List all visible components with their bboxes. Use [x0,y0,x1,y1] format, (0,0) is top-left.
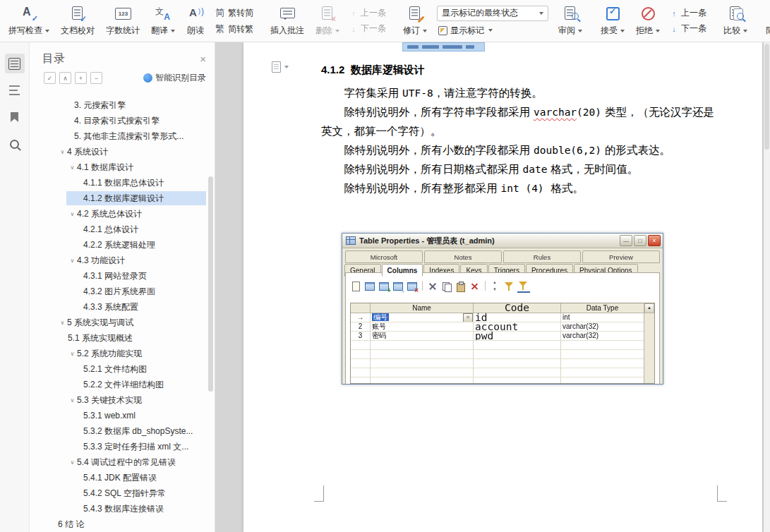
row-selector-cell[interactable] [351,350,371,359]
row-selector-cell[interactable]: 3 [351,332,371,341]
close-icon[interactable]: × [200,54,206,64]
filter-icon[interactable] [517,279,530,293]
simp-to-trad-button[interactable]: 繁 简转繁 [215,23,253,35]
row-selector-cell[interactable]: → [351,313,371,322]
code-cell[interactable]: id [474,313,561,322]
accept-button[interactable]: 接受 [595,0,630,42]
toc-scrollbar-thumb[interactable] [208,176,213,392]
collapse-arrow-icon[interactable]: ∨ [68,351,77,357]
grid-empty-row[interactable] [351,368,644,377]
toc-item[interactable]: 5.1 系统实现概述 [30,330,215,346]
copy-icon[interactable] [440,280,453,292]
insert-comment-button[interactable]: 插入批注 [265,0,310,42]
prev-change-button[interactable]: ↑ 上一条 [670,7,706,19]
type-cell[interactable]: varchar(32) [561,322,644,332]
toc-item[interactable]: 4.3.1 网站登录页 [30,268,215,284]
compare-button[interactable]: 比较 [718,0,753,42]
code-cell[interactable]: pwd [474,332,561,341]
toc-item[interactable]: 6 结 论 [30,516,215,532]
toc-item[interactable]: ∨4.2 系统总体设计 [30,206,215,222]
document-scrollbar[interactable] [764,42,770,532]
outline-pane-button[interactable] [5,54,25,73]
grid-row[interactable]: →编号=idint [351,313,644,322]
next-comment-button[interactable]: ↓ 下一条 [349,23,386,35]
toc-item[interactable]: ∨5 系统实现与调试 [30,315,215,330]
row-selector-cell[interactable] [351,368,371,377]
collapse-arrow-icon[interactable]: ∨ [68,211,77,217]
toc-item[interactable]: 4.2.1 总体设计 [30,222,215,237]
toc-expand-all-button[interactable]: + [75,72,87,84]
type-cell[interactable]: varchar(32) [561,332,644,341]
type-cell[interactable] [561,350,644,359]
dialog-tab[interactable]: Preview [582,250,660,263]
name-cell[interactable] [371,341,474,350]
type-cell[interactable]: int [561,313,644,322]
sort-icon[interactable] [489,280,502,292]
minimize-button[interactable]: — [620,235,632,246]
toc-item[interactable]: 5.3.2 数据库 db_shopSyste... [30,423,215,439]
page-menu-button[interactable] [272,61,289,73]
code-cell[interactable] [474,359,561,368]
grid-row[interactable]: 3密码pwdvarchar(32) [351,332,644,341]
show-markup-button[interactable]: 显示标记 [437,25,548,37]
toc-item[interactable]: 5.3.1 web.xml [30,408,215,423]
dialog-tab[interactable]: Rules [503,250,581,263]
dialog-tab[interactable]: Columns [382,264,423,277]
toc-check-button[interactable]: ✓ [44,72,56,84]
scroll-up-icon[interactable]: ▲ [644,303,654,313]
toc-item[interactable]: 4.1.1 数据库总体设计 [30,175,215,191]
bookmark-pane-button[interactable] [5,107,25,127]
toc-item[interactable]: 4.1.2 数据库逻辑设计 [30,191,215,206]
delete-comment-button[interactable]: × 删除 [310,0,345,42]
toc-item[interactable]: 4.2.2 系统逻辑处理 [30,237,215,253]
type-cell[interactable] [561,359,644,368]
funnel-icon[interactable] [503,280,516,292]
grid-row[interactable]: 2账号accountvarchar(32) [351,322,644,332]
grid-view-icon[interactable] [363,280,376,292]
collapse-arrow-icon[interactable]: ∨ [68,164,77,171]
paste-icon[interactable] [455,280,467,292]
chapter-pane-button[interactable] [5,80,25,100]
prev-comment-button[interactable]: ↑ 上一条 [349,7,386,19]
toc-item[interactable]: 5.3.3 定时任务扫描 xml 文... [30,439,215,454]
code-cell[interactable] [474,350,561,359]
grid-empty-row[interactable] [351,377,644,383]
code-cell[interactable] [474,341,561,350]
document-page[interactable]: 4.1.2 数据库逻辑设计 字符集采用 UTF-8，请注意字符的转换。除特别说明… [243,42,762,532]
grid-empty-row[interactable] [351,341,644,350]
collapse-arrow-icon[interactable]: ∨ [58,320,67,326]
word-count-button[interactable]: 123 字数统计 [100,0,145,42]
code-cell[interactable] [474,368,561,377]
dialog-tab[interactable]: Microsoft [345,250,423,263]
dialog-titlebar[interactable]: Table Properties - 管理员表 (t_admin) — □ × [342,234,663,248]
name-cell[interactable] [371,359,474,368]
markup-state-combobox[interactable]: 显示标记的最终状态 [437,6,548,21]
maximize-button[interactable]: □ [634,235,646,246]
toc-item[interactable]: 5.2.1 文件结构图 [30,361,215,377]
row-selector-cell[interactable] [351,359,371,368]
translate-button[interactable]: 文A 翻译 [145,0,181,42]
name-cell[interactable] [371,368,474,377]
toc-item[interactable]: ∨5.4 调试过程中的常见错误 [30,454,215,470]
name-cell[interactable]: 编号= [371,313,474,322]
type-cell[interactable] [561,368,644,377]
delete-icon[interactable] [469,280,481,292]
type-cell[interactable] [561,377,644,383]
grid-empty-row[interactable] [351,359,644,368]
grid-scrollbar[interactable]: ▲ [644,303,654,383]
toc-item[interactable]: 4.3.2 图片系统界面 [30,284,215,299]
grid-add-icon[interactable] [378,280,390,292]
row-selector-cell[interactable]: 2 [351,322,371,332]
toc-collapse-button[interactable]: ∧ [59,72,71,84]
name-cell[interactable] [371,350,474,359]
toc-item[interactable]: 3. 元搜索引擎 [30,97,215,113]
reject-button[interactable]: 拒绝 [630,0,666,42]
track-changes-button[interactable]: 修订 [397,0,433,42]
collapse-arrow-icon[interactable]: ∨ [68,258,77,264]
code-cell[interactable]: account [474,322,561,332]
row-selector-cell[interactable] [351,377,371,383]
toc-item[interactable]: 5.4.3 数据库连接错误 [30,501,215,516]
read-aloud-button[interactable]: A)) 朗读 [181,0,210,42]
toc-item[interactable]: ∨5.2 系统功能实现 [30,346,215,361]
collapse-arrow-icon[interactable]: ∨ [68,397,77,404]
